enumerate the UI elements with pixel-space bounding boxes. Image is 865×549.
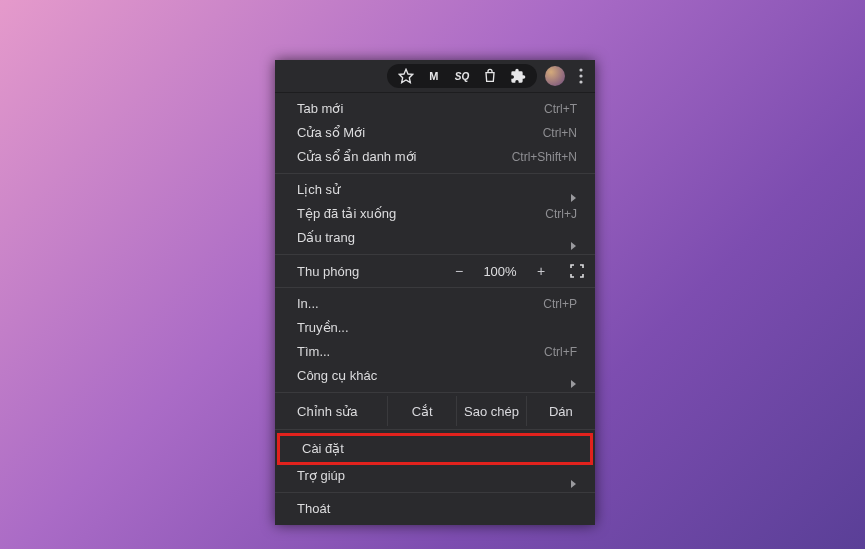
menu-label: Tệp đã tải xuống <box>297 202 396 226</box>
menu-item-new-window[interactable]: Cửa sổ Mới Ctrl+N <box>275 121 595 145</box>
menu-item-new-tab[interactable]: Tab mới Ctrl+T <box>275 97 595 121</box>
menu-item-settings[interactable]: Cài đặt <box>280 436 590 462</box>
svg-marker-4 <box>571 194 576 202</box>
paste-button[interactable]: Dán <box>526 396 595 426</box>
menu-label: Công cụ khác <box>297 364 377 388</box>
bag-icon[interactable] <box>481 67 499 85</box>
shortcut-text: Ctrl+T <box>544 97 577 121</box>
menu-label: Dấu trang <box>297 226 355 250</box>
cut-button[interactable]: Cắt <box>387 396 456 426</box>
chevron-right-icon <box>569 234 577 242</box>
menu-label: Truyền... <box>297 316 349 340</box>
extension-m-icon[interactable]: M <box>425 67 443 85</box>
menu-label: Cửa sổ ẩn danh mới <box>297 145 416 169</box>
svg-point-1 <box>579 68 582 71</box>
menu-label: Cửa sổ Mới <box>297 121 365 145</box>
menu-label: Thoát <box>297 497 330 521</box>
browser-overflow-menu: M SQ Ta <box>275 60 595 525</box>
copy-button[interactable]: Sao chép <box>456 396 525 426</box>
svg-marker-5 <box>571 242 576 250</box>
menu-item-bookmarks[interactable]: Dấu trang <box>275 226 595 250</box>
chevron-right-icon <box>569 472 577 480</box>
menu-item-print[interactable]: In... Ctrl+P <box>275 292 595 316</box>
svg-marker-6 <box>571 380 576 388</box>
shortcut-text: Ctrl+N <box>543 121 577 145</box>
zoom-controls: − 100% + <box>451 263 585 279</box>
menu-item-find[interactable]: Tìm... Ctrl+F <box>275 340 595 364</box>
svg-point-3 <box>579 80 582 83</box>
shortcut-text: Ctrl+P <box>543 292 577 316</box>
star-icon[interactable] <box>397 67 415 85</box>
zoom-in-button[interactable]: + <box>533 263 549 279</box>
chevron-right-icon <box>569 372 577 380</box>
svg-point-2 <box>579 74 582 77</box>
menu-item-new-incognito[interactable]: Cửa sổ ẩn danh mới Ctrl+Shift+N <box>275 145 595 169</box>
menu-label: Lịch sử <box>297 178 340 202</box>
toolbar-pill: M SQ <box>387 64 537 88</box>
menu-item-history[interactable]: Lịch sử <box>275 178 595 202</box>
shortcut-text: Ctrl+F <box>544 340 577 364</box>
menu-item-help[interactable]: Trợ giúp <box>275 464 595 488</box>
menu-item-exit[interactable]: Thoát <box>275 497 595 521</box>
shortcut-text: Ctrl+J <box>545 202 577 226</box>
svg-marker-7 <box>571 480 576 488</box>
edit-row-label: Chỉnh sửa <box>275 404 387 419</box>
profile-avatar[interactable] <box>545 66 565 86</box>
menu-label: In... <box>297 292 319 316</box>
edit-row: Chỉnh sửa Cắt Sao chép Dán <box>275 393 595 429</box>
fullscreen-button[interactable] <box>569 263 585 279</box>
desktop-background: M SQ Ta <box>0 0 865 549</box>
zoom-out-button[interactable]: − <box>451 263 467 279</box>
menu-label: Tìm... <box>297 340 330 364</box>
menu-item-more-tools[interactable]: Công cụ khác <box>275 364 595 388</box>
separator <box>275 173 595 174</box>
menu-label: Trợ giúp <box>297 464 345 488</box>
menu-item-downloads[interactable]: Tệp đã tải xuống Ctrl+J <box>275 202 595 226</box>
more-menu-button[interactable] <box>573 68 589 84</box>
separator <box>275 492 595 493</box>
extension-sq-icon[interactable]: SQ <box>453 67 471 85</box>
separator <box>275 287 595 288</box>
menu-label: Cài đặt <box>302 437 344 461</box>
menu-label: Tab mới <box>297 97 343 121</box>
annotation-highlight: Cài đặt <box>277 433 593 465</box>
shortcut-text: Ctrl+Shift+N <box>512 145 577 169</box>
zoom-value: 100% <box>481 264 519 279</box>
zoom-row: Thu phóng − 100% + <box>275 255 595 287</box>
menu-item-cast[interactable]: Truyền... <box>275 316 595 340</box>
zoom-label: Thu phóng <box>297 264 451 279</box>
svg-marker-0 <box>399 69 412 82</box>
browser-toolbar: M SQ <box>275 60 595 93</box>
extensions-icon[interactable] <box>509 67 527 85</box>
chevron-right-icon <box>569 186 577 194</box>
